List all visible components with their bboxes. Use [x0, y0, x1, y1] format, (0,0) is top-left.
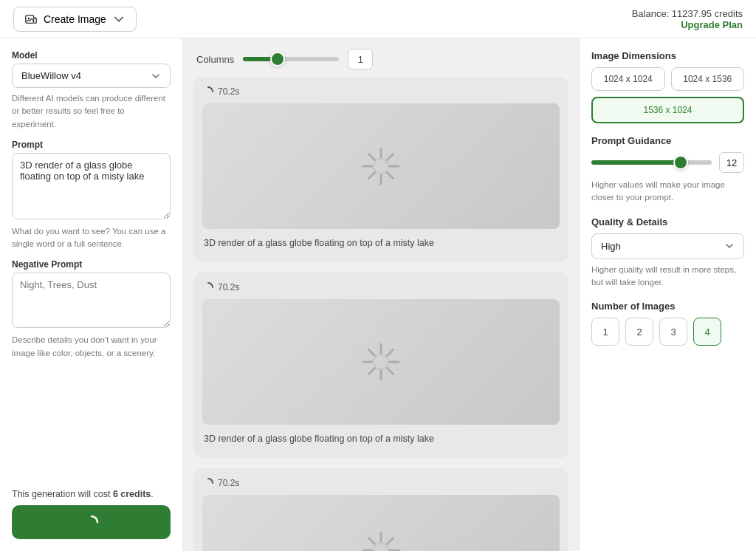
loader-icon	[357, 338, 405, 386]
svg-line-9	[369, 173, 375, 179]
dimensions-section: Image Dimensions 1024 x 1024 1024 x 1536…	[591, 50, 744, 123]
prompt-input[interactable]: 3D render of a glass globe floating on t…	[12, 153, 171, 219]
svg-point-28	[374, 543, 388, 552]
balance-text: Balance: 11237.95 credits	[632, 8, 743, 19]
num-images-section: Number of Images 1 2 3 4	[591, 301, 744, 346]
num-images-title: Number of Images	[591, 301, 744, 312]
num-images-row: 1 2 3 4	[591, 318, 744, 346]
quality-title: Quality & Details	[591, 216, 744, 227]
quality-chevron-icon	[724, 241, 735, 251]
dim-1024x1536-button[interactable]: 1024 x 1536	[671, 67, 745, 91]
image-card-inner: 70.2s	[193, 468, 568, 552]
center-panel: Columns 1 70.2s	[183, 38, 579, 551]
model-section: Model BlueWillow v4 Different AI models …	[12, 50, 171, 131]
top-right-info: Balance: 11237.95 credits Upgrade Plan	[632, 8, 743, 30]
dim-1536x1024-button[interactable]: 1536 x 1024	[591, 97, 744, 123]
timer-badge: 70.2s	[202, 281, 239, 293]
svg-line-26	[388, 538, 394, 544]
timer-badge: 70.2s	[202, 86, 239, 97]
image-preview	[202, 103, 560, 229]
guidance-value: 12	[719, 152, 744, 173]
dimensions-title: Image Dimensions	[591, 50, 744, 61]
guidance-section: Prompt Guidance 12 Higher values will ma…	[591, 135, 744, 205]
num-4-button[interactable]: 4	[693, 318, 721, 346]
create-label: Create Image	[44, 13, 106, 25]
svg-line-8	[388, 154, 394, 160]
svg-point-10	[374, 159, 388, 174]
create-icon	[24, 13, 38, 26]
guidance-slider-row: 12	[591, 152, 744, 173]
timer-spinner-icon	[202, 281, 214, 293]
svg-line-15	[369, 349, 375, 355]
image-list: 70.2s	[183, 77, 579, 551]
guidance-track[interactable]	[591, 160, 712, 165]
columns-label: Columns	[196, 54, 234, 65]
image-caption: 3D render of a glass globe floating on t…	[202, 432, 436, 449]
chevron-down-icon	[112, 13, 126, 26]
cost-suffix: .	[151, 489, 153, 499]
timer-value: 70.2s	[218, 86, 239, 97]
image-card-inner: 70.2s	[193, 77, 568, 262]
image-card: 70.2s	[193, 273, 568, 458]
quality-dropdown[interactable]: High	[591, 233, 744, 259]
neg-prompt-input[interactable]: Night, Trees, Dust	[12, 273, 171, 328]
svg-line-16	[388, 368, 394, 374]
model-chevron-icon	[151, 71, 161, 81]
right-panel: Image Dimensions 1024 x 1024 1024 x 1536…	[579, 38, 756, 551]
dim-1024x1024-button[interactable]: 1024 x 1024	[591, 67, 665, 91]
image-card: 70.2s	[193, 468, 568, 552]
model-hint: Different AI models can produce differen…	[12, 92, 171, 131]
model-value: BlueWillow v4	[21, 70, 81, 81]
dim-row-top: 1024 x 1024 1024 x 1536	[591, 67, 744, 91]
image-caption: 3D render of a glass globe floating on t…	[202, 236, 436, 253]
prompt-section: Prompt 3D render of a glass globe floati…	[12, 140, 171, 251]
num-2-button[interactable]: 2	[625, 318, 653, 346]
main-layout: Model BlueWillow v4 Different AI models …	[0, 38, 756, 551]
cost-prefix: This generation will cost	[12, 489, 113, 499]
svg-point-19	[374, 355, 388, 369]
image-preview	[202, 299, 560, 425]
guidance-hint: Higher values will make your image close…	[591, 179, 744, 205]
model-label: Model	[12, 50, 171, 61]
svg-line-17	[388, 349, 394, 355]
svg-line-18	[369, 368, 375, 374]
cost-text: This generation will cost 6 credits.	[12, 489, 171, 499]
guidance-thumb	[673, 155, 688, 170]
timer-badge: 70.2s	[202, 477, 239, 489]
timer-spinner-icon	[202, 86, 214, 97]
generate-button[interactable]	[12, 505, 171, 539]
timer-value: 70.2s	[218, 282, 239, 292]
guidance-fill	[591, 160, 676, 165]
image-preview	[202, 495, 560, 552]
model-dropdown[interactable]: BlueWillow v4	[12, 64, 171, 88]
create-image-button[interactable]: Create Image	[13, 7, 137, 32]
svg-line-7	[388, 173, 394, 179]
loader-icon	[357, 143, 405, 190]
loader-icon	[357, 527, 405, 552]
cost-credits: 6 credits	[113, 489, 151, 499]
svg-line-24	[369, 538, 375, 544]
top-bar: Create Image Balance: 11237.95 credits U…	[0, 0, 756, 38]
columns-value: 1	[348, 49, 373, 69]
neg-prompt-label: Negative Prompt	[12, 259, 171, 270]
prompt-label: Prompt	[12, 140, 171, 150]
neg-prompt-hint: Describe details you don't want in your …	[12, 334, 171, 360]
slider-thumb	[270, 52, 285, 66]
columns-slider[interactable]	[243, 52, 339, 66]
svg-line-6	[369, 154, 375, 160]
prompt-hint: What do you want to see? You can use a s…	[12, 225, 171, 251]
svg-point-1	[28, 17, 30, 19]
image-card-inner: 70.2s	[193, 273, 568, 458]
slider-track	[243, 57, 339, 61]
timer-spinner-icon	[202, 477, 214, 489]
num-1-button[interactable]: 1	[591, 318, 619, 346]
cost-section: This generation will cost 6 credits.	[12, 489, 171, 539]
upgrade-link[interactable]: Upgrade Plan	[632, 19, 743, 30]
timer-value: 70.2s	[218, 478, 239, 488]
dim-buttons: 1024 x 1024 1024 x 1536 1536 x 1024	[591, 67, 744, 123]
num-3-button[interactable]: 3	[659, 318, 687, 346]
quality-value: High	[601, 241, 621, 252]
slider-fill	[243, 57, 272, 61]
guidance-title: Prompt Guidance	[591, 135, 744, 146]
quality-hint: Higher quality will result in more steps…	[591, 264, 744, 290]
